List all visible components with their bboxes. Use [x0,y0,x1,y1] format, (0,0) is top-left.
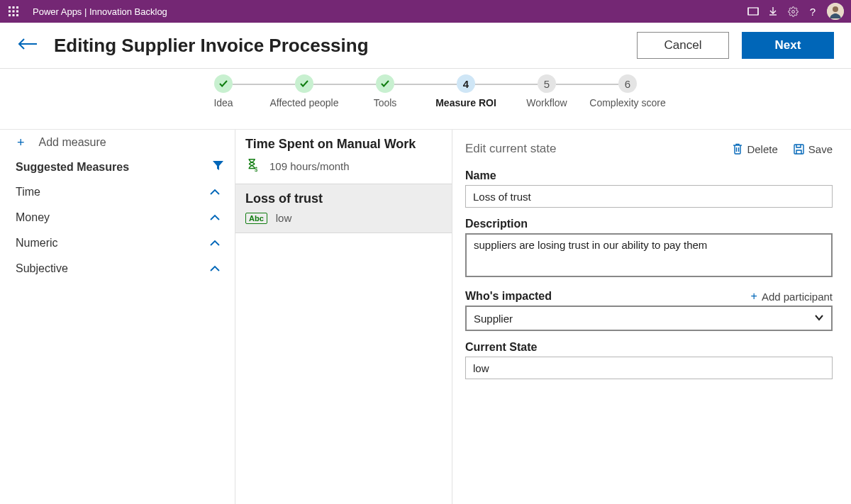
svg-rect-5 [16,11,18,13]
svg-rect-16 [794,145,803,154]
step-idea[interactable]: Idea [183,74,264,109]
name-label: Name [465,169,833,182]
category-label: Time [16,186,40,198]
measures-sidebar: + Add measure Suggested Measures Time Mo… [0,130,235,504]
settings-gear-icon[interactable] [783,0,803,23]
add-participant-label: Add participant [762,291,833,303]
svg-rect-2 [16,6,18,9]
step-workflow[interactable]: 5 Workflow [506,74,587,109]
step-label: Idea [183,97,264,109]
add-participant-button[interactable]: + Add participant [751,290,833,303]
measure-card-loss-of-trust[interactable]: Loss of trust Abc low [235,184,452,233]
chevron-up-icon [209,186,221,198]
add-measure-label: Add measure [39,136,106,149]
measure-card-title: Time Spent on Manual Work [245,137,442,152]
page-header: Editing Supplier Invoice Processing Canc… [0,23,851,69]
user-avatar[interactable] [827,3,844,20]
measure-card-value: low [276,212,292,224]
filter-icon[interactable] [213,161,223,174]
name-input[interactable] [465,185,833,208]
global-topbar: Power Apps | Innovation Backlog ? [0,0,851,23]
svg-point-12 [791,10,794,13]
delete-label: Delete [747,143,777,155]
who-impacted-select[interactable] [465,306,833,331]
step-label: Workflow [506,97,587,109]
chevron-up-icon [209,262,221,275]
suggested-measures-header: Suggested Measures [0,155,235,179]
current-state-label: Current State [465,341,833,354]
suggested-measures-label: Suggested Measures [16,161,129,174]
svg-rect-6 [9,14,11,16]
svg-rect-9 [748,8,758,15]
app-name[interactable]: Power Apps | Innovation Backlog [33,6,167,17]
chevron-up-icon [209,237,221,250]
step-complexity-score[interactable]: 6 Complexity score [587,74,668,109]
step-tools[interactable]: Tools [345,74,425,109]
step-number: 6 [618,74,637,93]
app-page-text: Innovation Backlog [89,6,167,17]
app-name-text: Power Apps [33,6,82,17]
svg-rect-7 [13,14,15,16]
step-number: 4 [457,74,475,93]
svg-rect-4 [13,11,15,13]
svg-rect-0 [9,6,11,9]
svg-rect-3 [9,11,11,13]
hourglass-money-icon: $ [245,157,261,175]
save-label: Save [808,143,833,155]
help-icon[interactable]: ? [803,0,823,23]
plus-icon: + [17,135,25,150]
step-label: Tools [345,97,425,109]
form-header: Edit current state Delete Save [465,138,833,159]
step-label: Complexity score [587,97,668,109]
measure-list: Time Spent on Manual Work $ 109 hours/mo… [235,130,452,504]
step-measure-roi[interactable]: 4 Measure ROI [425,74,506,109]
add-measure-button[interactable]: + Add measure [0,130,235,155]
main-content: + Add measure Suggested Measures Time Mo… [0,130,851,504]
page-title: Editing Supplier Invoice Processing [54,35,624,57]
step-affected-people[interactable]: Affected people [264,74,345,109]
who-impacted-label: Who's impacted [465,290,552,303]
step-number: 5 [538,74,556,93]
app-name-sep: | [84,6,89,17]
cancel-button[interactable]: Cancel [637,32,729,59]
back-arrow-icon[interactable] [17,38,38,53]
category-label: Numeric [16,237,58,250]
text-type-icon: Abc [245,213,267,224]
svg-rect-8 [16,14,18,16]
svg-point-14 [833,6,838,12]
waffle-icon[interactable] [7,5,20,18]
next-button[interactable]: Next [742,32,834,59]
chevron-up-icon [209,211,221,224]
category-time[interactable]: Time [0,179,235,205]
step-label: Affected people [264,97,345,109]
form-heading: Edit current state [465,142,717,156]
current-state-input[interactable] [465,357,833,379]
measure-card-time-spent[interactable]: Time Spent on Manual Work $ 109 hours/mo… [235,130,452,184]
edit-form: Edit current state Delete Save Name Desc… [452,130,851,504]
svg-rect-1 [13,6,15,9]
fit-icon[interactable] [743,0,763,23]
plus-icon: + [751,290,757,303]
svg-text:$: $ [255,167,258,173]
step-label: Measure ROI [425,97,506,109]
save-button[interactable]: Save [794,143,833,155]
category-label: Subjective [16,262,68,275]
category-label: Money [16,211,50,224]
category-money[interactable]: Money [0,205,235,230]
measure-card-title: Loss of trust [245,191,442,206]
category-subjective[interactable]: Subjective [0,256,235,281]
wizard-stepper: Idea Affected people Tools 4 Measure ROI… [0,69,851,130]
delete-button[interactable]: Delete [733,143,777,155]
measure-card-value: 109 hours/month [269,160,350,172]
category-numeric[interactable]: Numeric [0,230,235,256]
description-textarea[interactable] [465,233,833,277]
description-label: Description [465,218,833,230]
download-icon[interactable] [763,0,783,23]
